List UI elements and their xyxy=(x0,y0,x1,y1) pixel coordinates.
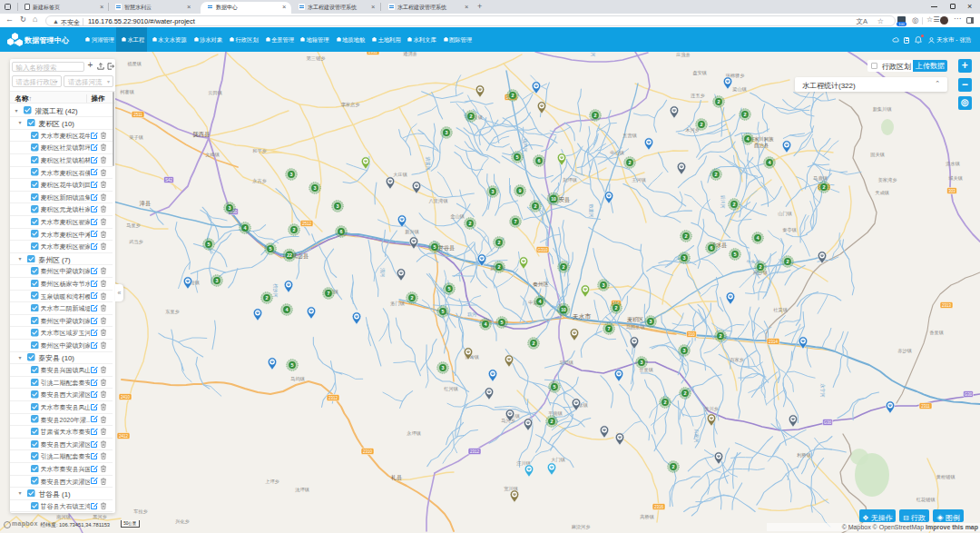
svg-text:5: 5 xyxy=(433,244,436,250)
svg-text:5: 5 xyxy=(207,242,210,247)
svg-text:后川河: 后川河 xyxy=(720,195,726,209)
svg-text:22: 22 xyxy=(287,252,292,258)
svg-text:庄浪县: 庄浪县 xyxy=(676,52,691,58)
svg-text:山门镇: 山门镇 xyxy=(778,211,792,216)
svg-text:天成镇: 天成镇 xyxy=(875,190,889,195)
svg-text:黄柑铺镇: 黄柑铺镇 xyxy=(936,474,956,479)
svg-text:6: 6 xyxy=(710,245,712,251)
svg-text:上坪乡: 上坪乡 xyxy=(265,479,279,484)
svg-text:2312: 2312 xyxy=(328,396,338,400)
svg-text:7: 7 xyxy=(327,291,329,296)
svg-text:9: 9 xyxy=(518,188,521,193)
svg-text:2: 2 xyxy=(410,295,413,301)
svg-text:高桥镇: 高桥镇 xyxy=(640,514,654,519)
svg-text:梁山镇: 梁山镇 xyxy=(732,86,747,92)
svg-text:天水市: 天水市 xyxy=(573,313,592,320)
svg-text:漳县: 漳县 xyxy=(139,200,151,207)
svg-text:红河镇: 红河镇 xyxy=(444,386,458,392)
svg-text:陇西县: 陇西县 xyxy=(193,131,211,138)
svg-text:5: 5 xyxy=(553,384,555,390)
svg-text:红花铺镇: 红花铺镇 xyxy=(916,497,936,503)
svg-text:2: 2 xyxy=(497,240,500,245)
svg-text:2: 2 xyxy=(759,264,761,270)
svg-text:南河镇: 南河镇 xyxy=(56,514,71,520)
svg-text:李家店乡: 李家店乡 xyxy=(341,102,360,108)
svg-text:5: 5 xyxy=(733,252,736,257)
svg-text:马泉乡: 马泉乡 xyxy=(126,222,141,228)
svg-text:2: 2 xyxy=(684,233,687,239)
svg-text:2: 2 xyxy=(786,259,789,264)
svg-text:赤沙镇: 赤沙镇 xyxy=(897,348,912,354)
svg-text:2313: 2313 xyxy=(942,303,952,308)
svg-text:秦州区: 秦州区 xyxy=(533,281,549,287)
svg-text:第三铺乡: 第三铺乡 xyxy=(306,55,326,61)
svg-text:2: 2 xyxy=(717,99,720,104)
svg-text:五营镇: 五营镇 xyxy=(622,133,637,139)
svg-text:温水镇: 温水镇 xyxy=(946,161,960,167)
svg-text:2312: 2312 xyxy=(470,449,480,454)
svg-text:2: 2 xyxy=(719,333,721,339)
svg-text:麻沿河乡: 麻沿河乡 xyxy=(572,524,591,530)
svg-text:清溪河: 清溪河 xyxy=(425,157,431,171)
svg-text:车拉乡: 车拉乡 xyxy=(133,508,148,514)
svg-text:洮坪镇: 洮坪镇 xyxy=(295,487,309,493)
svg-text:5: 5 xyxy=(500,320,503,325)
svg-text:藉河: 藉河 xyxy=(467,311,476,318)
svg-text:3: 3 xyxy=(682,348,685,353)
svg-text:武当乡: 武当乡 xyxy=(129,239,143,244)
svg-text:5: 5 xyxy=(290,362,293,368)
svg-text:2410: 2410 xyxy=(121,395,131,400)
svg-text:固关镇: 固关镇 xyxy=(870,152,885,157)
svg-text:兴化乡: 兴化乡 xyxy=(175,518,190,525)
svg-text:刘坪镇: 刘坪镇 xyxy=(563,177,577,183)
svg-text:2932: 2932 xyxy=(368,52,378,54)
svg-text:云田镇: 云田镇 xyxy=(208,90,222,95)
svg-text:马坞镇: 马坞镇 xyxy=(290,376,305,381)
svg-text:马鹿镇: 马鹿镇 xyxy=(813,175,828,182)
svg-text:10: 10 xyxy=(561,307,566,312)
svg-text:连五乡: 连五乡 xyxy=(690,93,705,99)
svg-text:2: 2 xyxy=(562,264,564,270)
svg-text:葫芦河: 葫芦河 xyxy=(522,139,528,153)
svg-text:G30: G30 xyxy=(824,420,832,425)
svg-text:6: 6 xyxy=(537,158,540,163)
svg-text:2: 2 xyxy=(511,93,514,98)
svg-text:7: 7 xyxy=(607,326,610,331)
svg-text:永吉乡: 永吉乡 xyxy=(252,178,267,184)
svg-text:2: 2 xyxy=(671,464,674,469)
svg-text:盘安镇: 盘安镇 xyxy=(692,70,707,75)
svg-text:3: 3 xyxy=(313,185,316,191)
svg-text:2: 2 xyxy=(534,203,536,209)
svg-text:2412: 2412 xyxy=(119,434,129,439)
svg-text:5: 5 xyxy=(515,154,518,160)
svg-text:利桥镇: 利桥镇 xyxy=(797,452,811,458)
svg-text:柯寨镇: 柯寨镇 xyxy=(120,89,134,94)
svg-text:3: 3 xyxy=(445,130,447,135)
svg-text:3: 3 xyxy=(215,278,218,283)
svg-text:秦亭镇: 秦亭镇 xyxy=(782,227,797,232)
svg-text:2316: 2316 xyxy=(654,505,664,509)
svg-text:6: 6 xyxy=(339,229,342,234)
svg-text:5: 5 xyxy=(269,246,271,252)
svg-text:2: 2 xyxy=(714,172,717,177)
svg-text:水洛河: 水洛河 xyxy=(590,52,596,57)
svg-text:2: 2 xyxy=(732,202,735,207)
svg-text:香泉镇: 香泉镇 xyxy=(929,330,944,336)
svg-text:3: 3 xyxy=(441,365,444,370)
svg-text:榜沙河: 榜沙河 xyxy=(272,284,279,298)
svg-text:310: 310 xyxy=(688,332,695,337)
svg-text:2: 2 xyxy=(743,112,746,117)
svg-text:2: 2 xyxy=(468,221,471,226)
svg-text:5: 5 xyxy=(447,286,450,291)
svg-text:黑河乡: 黑河乡 xyxy=(93,514,107,520)
svg-text:2: 2 xyxy=(550,419,553,424)
svg-text:7: 7 xyxy=(514,219,516,224)
svg-text:G30: G30 xyxy=(965,392,973,397)
svg-text:2: 2 xyxy=(614,305,617,311)
svg-text:大庄镇: 大庄镇 xyxy=(393,172,407,177)
svg-text:东泉乡: 东泉乡 xyxy=(165,309,180,314)
svg-text:和平乡: 和平乡 xyxy=(252,148,267,153)
svg-text:3: 3 xyxy=(228,205,230,211)
svg-text:散渡河: 散渡河 xyxy=(588,204,594,218)
svg-text:白家河: 白家河 xyxy=(693,429,700,443)
